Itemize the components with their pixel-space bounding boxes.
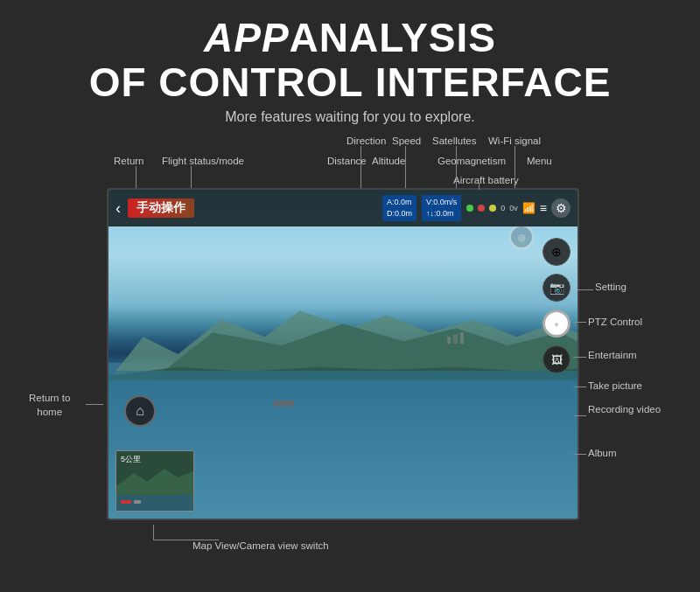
menu-icon[interactable]: ≡ <box>540 201 547 215</box>
label-speed: Speed <box>392 136 421 146</box>
label-map-switch: Map View/Camera view switch <box>192 540 329 551</box>
label-ptz: PTZ Control <box>588 317 642 327</box>
take-picture-button[interactable]: 📷 <box>542 274 570 302</box>
line-return <box>136 166 136 188</box>
mini-map-scale: 5公里 <box>121 454 141 465</box>
line-setting <box>578 289 593 290</box>
svg-rect-6 <box>460 332 464 344</box>
label-wifi: Wi-Fi signal <box>488 136 541 146</box>
label-entertainment: Entertainm <box>588 350 637 360</box>
label-flight-status: Flight status/mode <box>162 156 244 166</box>
page-header: APPANALYSIS OF CONTROL INTERFACE More fe… <box>0 0 700 134</box>
line-flight <box>191 166 192 188</box>
boat <box>273 400 294 407</box>
line-speed <box>405 146 406 188</box>
label-direction: Direction <box>346 136 386 146</box>
line-recording <box>573 415 586 416</box>
line-satellites <box>456 146 457 188</box>
label-return-to-home: Return tohome <box>29 391 70 419</box>
entertainment-button[interactable]: ⊕ <box>542 238 570 266</box>
battery-voltage: 0v <box>509 204 518 212</box>
line-battery <box>479 184 480 190</box>
label-menu: Menu <box>527 156 552 166</box>
label-geomagnetism: Geomagnetism <box>438 156 506 166</box>
label-album: Album <box>588 448 617 458</box>
album-icon: 🖼 <box>551 353 563 366</box>
label-satellites: Satellutes <box>432 136 477 146</box>
line-direction <box>360 146 361 188</box>
line-map-switch <box>153 525 154 540</box>
drone-ui-frame: ‹ 手动操作 A:0.0m D:0.0m V:0.0m/s ↑↓:0.0m 0 … <box>107 188 579 520</box>
subtitle: More features waiting for you to explore… <box>18 109 682 125</box>
battery-value: 0 <box>500 204 505 212</box>
status-dot-green <box>466 205 473 212</box>
mini-map[interactable]: 5公里 <box>116 450 194 512</box>
telemetry-area: A:0.0m D:0.0m V:0.0m/s ↑↓:0.0m 0 0v 📶 ≡ … <box>382 195 570 220</box>
right-controls: ⊕ 📷 ● 🖼 <box>542 238 570 373</box>
label-aircraft-battery: Aircraft battery <box>453 175 519 185</box>
line-map-switch-h <box>153 540 219 540</box>
label-take-picture: Take picture <box>588 380 642 391</box>
line-ptz <box>573 322 586 323</box>
return-to-home-button[interactable]: ⌂ <box>124 395 156 427</box>
flight-title: 手动操作 <box>128 198 194 218</box>
tele-speed: V:0.0m/s ↑↓:0.0m <box>422 195 461 220</box>
settings-icon[interactable]: ⚙ <box>551 198 570 218</box>
title-rest-line2: OF CONTROL INTERFACE <box>89 59 612 105</box>
record-video-button[interactable]: ● <box>542 310 570 338</box>
svg-rect-4 <box>447 337 451 344</box>
label-return: Return <box>114 156 144 166</box>
line-rth <box>86 404 103 405</box>
camera-icon: 📷 <box>550 281 564 295</box>
line-take-picture <box>573 387 586 387</box>
line-album <box>573 454 586 455</box>
label-altitude: Altitude <box>372 156 405 166</box>
title-rest-line1: ANALYSIS <box>290 15 496 60</box>
main-title: APPANALYSIS OF CONTROL INTERFACE <box>18 16 682 104</box>
drone-topbar: ‹ 手动操作 A:0.0m D:0.0m V:0.0m/s ↑↓:0.0m 0 … <box>108 190 578 226</box>
line-wifi <box>514 146 515 188</box>
status-dot-red <box>478 205 485 212</box>
line-entertainment <box>573 357 586 358</box>
tele-altitude: A:0.0m D:0.0m <box>382 195 416 220</box>
label-recording-video: Recording video <box>588 404 661 414</box>
entertainment-icon: ⊕ <box>551 245 562 259</box>
ptz-dot: ◎ <box>518 233 526 242</box>
ptz-indicator[interactable]: ◎ <box>509 225 534 249</box>
record-icon: ● <box>554 319 559 329</box>
wifi-icon: 📶 <box>522 202 536 214</box>
label-setting: Setting <box>595 282 626 292</box>
status-dot-yellow <box>489 205 496 212</box>
status-icons: 0 0v 📶 ≡ ⚙ <box>466 198 570 218</box>
title-app: APP <box>204 15 290 60</box>
svg-rect-5 <box>453 334 458 344</box>
rth-icon: ⌂ <box>136 403 144 419</box>
album-button[interactable]: 🖼 <box>542 345 570 373</box>
back-button[interactable]: ‹ <box>116 199 121 218</box>
